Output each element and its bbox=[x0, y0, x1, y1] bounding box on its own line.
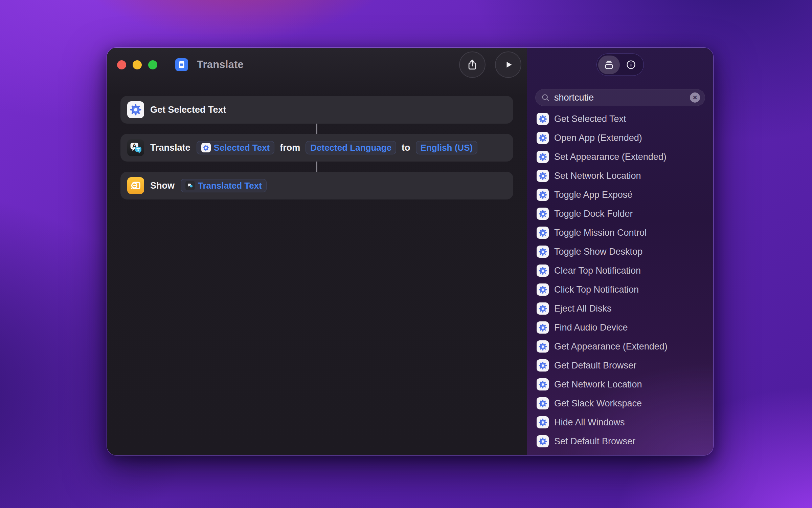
sidebar-header bbox=[527, 48, 713, 82]
action-card-get-selected-text[interactable]: Get Selected Text bbox=[120, 96, 513, 124]
connector-line bbox=[316, 124, 317, 134]
gear-app-icon bbox=[537, 302, 549, 315]
action-title: Translate bbox=[150, 143, 190, 153]
action-label: Get Selected Text bbox=[554, 114, 626, 124]
action-label: Set Network Location bbox=[554, 171, 641, 181]
action-label: Toggle Mission Control bbox=[554, 228, 647, 238]
action-list-item[interactable]: Click Top Notification bbox=[537, 280, 704, 299]
action-label: Toggle Dock Folder bbox=[554, 209, 633, 219]
translate-app-icon bbox=[185, 181, 195, 190]
action-label: Eject All Disks bbox=[554, 303, 612, 314]
gear-app-icon bbox=[537, 246, 549, 258]
to-label: to bbox=[402, 143, 410, 153]
gear-app-icon bbox=[201, 143, 211, 152]
shortcut-editor-pane: Translate Get Selected bbox=[107, 48, 527, 455]
connector-line bbox=[316, 162, 317, 172]
titlebar: Translate bbox=[107, 48, 527, 82]
action-label: Find Audio Device bbox=[554, 322, 628, 333]
gear-app-icon bbox=[537, 151, 549, 163]
action-list-item[interactable]: Set Appearance (Extended) bbox=[537, 147, 704, 166]
show-result-app-icon bbox=[127, 177, 144, 194]
gear-app-icon bbox=[537, 397, 549, 409]
gear-app-icon bbox=[537, 283, 549, 296]
action-search-field[interactable]: ✕ bbox=[535, 89, 705, 106]
gear-app-icon bbox=[537, 264, 549, 277]
search-input[interactable] bbox=[554, 92, 686, 103]
action-library-sidebar: ✕ Get Selected Text Open App (Extended) … bbox=[527, 48, 713, 455]
share-icon bbox=[466, 59, 478, 71]
action-label: Get Appearance (Extended) bbox=[554, 341, 668, 352]
tab-action-library[interactable] bbox=[598, 56, 620, 74]
token-label: English (US) bbox=[421, 143, 473, 153]
action-label: Open App (Extended) bbox=[554, 133, 642, 143]
token-label: Selected Text bbox=[214, 143, 270, 153]
gear-app-icon bbox=[537, 113, 549, 125]
action-list-item[interactable]: Clear Top Notification bbox=[537, 261, 704, 280]
shortcut-title: Translate bbox=[197, 59, 244, 71]
gear-app-icon bbox=[537, 340, 549, 353]
token-label: Detected Language bbox=[310, 143, 391, 153]
close-icon[interactable] bbox=[117, 60, 126, 69]
gear-app-icon bbox=[537, 416, 549, 428]
action-list-item[interactable]: Get Default Browser bbox=[537, 356, 704, 375]
clear-icon[interactable]: ✕ bbox=[690, 92, 700, 103]
minimize-icon[interactable] bbox=[133, 60, 142, 69]
token-target-language[interactable]: English (US) bbox=[416, 141, 478, 154]
gear-app-icon bbox=[537, 208, 549, 220]
gear-app-icon bbox=[537, 378, 549, 390]
action-list-item[interactable]: Toggle Dock Folder bbox=[537, 204, 704, 223]
action-list-item[interactable]: Toggle Show Desktop bbox=[537, 242, 704, 261]
action-label: Toggle App Exposé bbox=[554, 190, 632, 200]
shortcut-canvas: Get Selected Text A 文 Translate bbox=[107, 82, 527, 199]
action-list-item[interactable]: Open App (Extended) bbox=[537, 128, 704, 147]
action-label: Hide All Windows bbox=[554, 417, 625, 428]
zoom-icon[interactable] bbox=[148, 60, 157, 69]
action-label: Set Appearance (Extended) bbox=[554, 152, 667, 162]
search-icon bbox=[541, 93, 550, 102]
translate-app-icon: A 文 bbox=[127, 139, 144, 156]
run-shortcut-button[interactable] bbox=[495, 51, 521, 78]
action-list-item[interactable]: Eject All Disks bbox=[537, 299, 704, 318]
action-list-item[interactable]: Set Network Location bbox=[537, 166, 704, 185]
action-label: Get Network Location bbox=[554, 379, 642, 390]
shortcuts-editor-window: Translate Get Selected bbox=[107, 47, 714, 456]
action-list-item[interactable]: Set Default Browser bbox=[537, 432, 704, 451]
gear-app-icon bbox=[127, 101, 144, 118]
action-title: Get Selected Text bbox=[150, 105, 226, 115]
svg-text:文: 文 bbox=[136, 147, 140, 151]
gear-app-icon bbox=[537, 227, 549, 239]
action-label: Toggle Show Desktop bbox=[554, 247, 642, 257]
info-icon bbox=[626, 59, 636, 70]
share-button[interactable] bbox=[459, 51, 486, 78]
action-label: Click Top Notification bbox=[554, 284, 639, 295]
action-title: Show bbox=[150, 181, 175, 191]
gear-app-icon bbox=[537, 132, 549, 144]
action-label: Set Default Browser bbox=[554, 436, 635, 447]
action-library-icon bbox=[604, 59, 614, 70]
from-label: from bbox=[280, 143, 300, 153]
action-list-item[interactable]: Toggle Mission Control bbox=[537, 223, 704, 242]
action-list-item[interactable]: Find Audio Device bbox=[537, 318, 704, 337]
play-icon bbox=[502, 59, 514, 71]
token-label: Translated Text bbox=[198, 181, 262, 191]
action-list-item[interactable]: Get Appearance (Extended) bbox=[537, 337, 704, 356]
shortcut-document-icon bbox=[175, 58, 188, 71]
action-list-item[interactable]: Toggle App Exposé bbox=[537, 185, 704, 204]
action-label: Clear Top Notification bbox=[554, 266, 641, 276]
sidebar-mode-segmented-control bbox=[596, 54, 644, 76]
token-translated-text[interactable]: Translated Text bbox=[181, 179, 267, 192]
action-list-item[interactable]: Get Selected Text bbox=[537, 109, 704, 128]
action-card-show-result[interactable]: Show Translated Text bbox=[120, 172, 513, 199]
action-list-item[interactable]: Get Network Location bbox=[537, 375, 704, 394]
action-list-item[interactable]: Get Slack Workspace bbox=[537, 394, 704, 413]
action-label: Get Default Browser bbox=[554, 360, 636, 371]
tab-shortcut-details[interactable] bbox=[620, 56, 642, 74]
gear-app-icon bbox=[537, 170, 549, 182]
token-selected-text[interactable]: Selected Text bbox=[197, 141, 275, 154]
token-detected-language[interactable]: Detected Language bbox=[306, 141, 396, 154]
action-card-translate[interactable]: A 文 Translate Selected Text from Detecte… bbox=[120, 134, 513, 162]
gear-app-icon bbox=[537, 321, 549, 334]
action-list-item[interactable]: Hide All Windows bbox=[537, 413, 704, 432]
action-list: Get Selected Text Open App (Extended) Se… bbox=[527, 109, 713, 451]
gear-app-icon bbox=[537, 359, 549, 372]
